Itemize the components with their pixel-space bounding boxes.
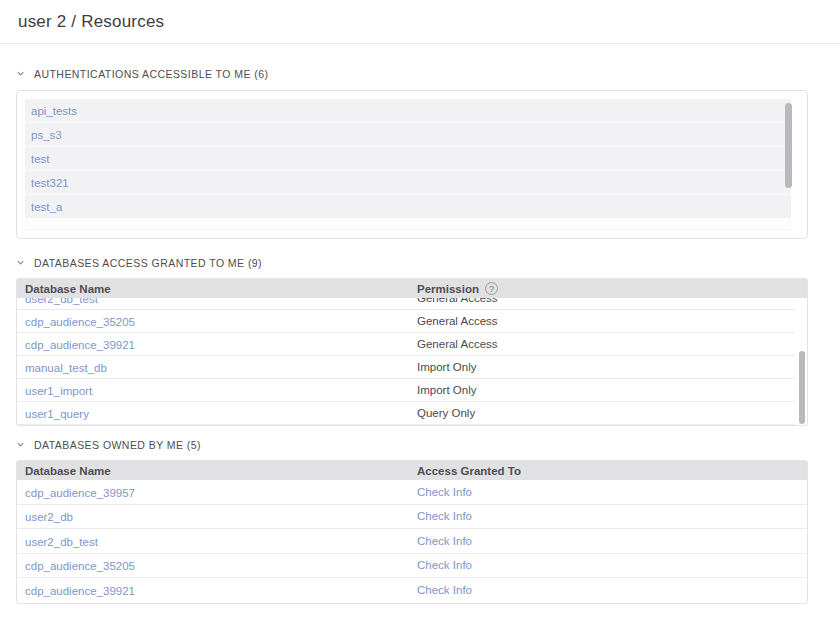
resources-page: user 2 / Resources AUTHENTICATIONS ACCES… <box>0 0 840 628</box>
section-header-authentications[interactable]: AUTHENTICATIONS ACCESSIBLE TO ME (6) <box>16 67 824 80</box>
check-info-link[interactable]: Check Info <box>417 559 472 571</box>
table-row: cdp_audience_39921 Check Info <box>17 578 807 603</box>
partially-visible-list-item <box>25 219 791 229</box>
check-info-link[interactable]: Check Info <box>417 486 472 498</box>
check-info-link[interactable]: Check Info <box>417 584 472 596</box>
list-item: test321 <box>25 171 791 195</box>
table-row: cdp_audience_39957 Check Info <box>17 480 807 505</box>
section-header-databases-granted[interactable]: DATABASES ACCESS GRANTED TO ME (9) <box>16 256 824 269</box>
owned-databases-table: Database Name Access Granted To cdp_audi… <box>16 460 808 604</box>
permission-value: General Access <box>417 315 795 327</box>
table-row: cdp_audience_35205 General Access <box>17 310 795 333</box>
scrollbar[interactable] <box>785 103 792 188</box>
table-header-row: Database Name Permission ? <box>17 279 807 298</box>
page-header: user 2 / Resources <box>0 0 840 44</box>
table-row: cdp_audience_35205 Check Info <box>17 554 807 579</box>
database-link[interactable]: cdp_audience_39921 <box>25 339 135 351</box>
authentication-link[interactable]: test321 <box>31 177 69 189</box>
chevron-down-icon[interactable] <box>16 440 25 449</box>
section-title-databases-owned: DATABASES OWNED BY ME (5) <box>34 439 201 451</box>
column-header-database-name: Database Name <box>17 465 417 477</box>
section-title-authentications: AUTHENTICATIONS ACCESSIBLE TO ME (6) <box>34 68 268 80</box>
database-link[interactable]: user2_db_test <box>25 298 98 305</box>
section-title-databases-granted: DATABASES ACCESS GRANTED TO ME (9) <box>34 257 262 269</box>
column-header-database-name: Database Name <box>17 283 417 295</box>
permission-value: Import Only <box>417 384 795 396</box>
database-link[interactable]: user1_import <box>25 385 92 397</box>
chevron-down-icon[interactable] <box>16 69 25 78</box>
list-item: test <box>25 147 791 171</box>
column-header-permission: Permission ? <box>417 282 807 295</box>
scrollbar[interactable] <box>799 351 805 424</box>
database-link[interactable]: user2_db <box>25 511 73 523</box>
table-header-row: Database Name Access Granted To <box>17 461 807 480</box>
database-link[interactable]: user1_query <box>25 408 89 420</box>
list-item: test_a <box>25 195 791 219</box>
database-link[interactable]: manual_test_db <box>25 362 107 374</box>
authentication-link[interactable]: test <box>31 153 50 165</box>
authentications-panel: api_tests ps_s3 test test321 test_a <box>16 90 808 239</box>
table-row: user1_query Query Only <box>17 402 795 425</box>
database-link[interactable]: cdp_audience_39921 <box>25 585 135 597</box>
authentication-link[interactable]: ps_s3 <box>31 129 62 141</box>
database-link[interactable]: cdp_audience_35205 <box>25 560 135 572</box>
authentications-list: api_tests ps_s3 test test321 test_a <box>25 99 791 230</box>
permission-value: Import Only <box>417 361 795 373</box>
table-body: cdp_audience_39957 Check Info user2_db C… <box>17 480 807 603</box>
database-link[interactable]: user2_db_test <box>25 536 98 548</box>
table-row: user1_import Import Only <box>17 379 795 402</box>
table-row: manual_test_db Import Only <box>17 356 795 379</box>
database-link[interactable]: cdp_audience_39957 <box>25 487 135 499</box>
list-item: ps_s3 <box>25 123 791 147</box>
list-item: api_tests <box>25 99 791 123</box>
granted-databases-table: Database Name Permission ? user2_db_test… <box>16 278 808 426</box>
database-link[interactable]: cdp_audience_35205 <box>25 316 135 328</box>
table-row: user2_db_test Check Info <box>17 529 807 554</box>
column-header-access-granted-to: Access Granted To <box>417 465 807 477</box>
section-header-databases-owned[interactable]: DATABASES OWNED BY ME (5) <box>16 438 824 451</box>
authentication-link[interactable]: api_tests <box>31 105 77 117</box>
check-info-link[interactable]: Check Info <box>417 535 472 547</box>
table-row: user2_db_test General Access <box>17 298 795 310</box>
permission-value: Query Only <box>417 407 795 419</box>
content: AUTHENTICATIONS ACCESSIBLE TO ME (6) api… <box>0 67 840 604</box>
chevron-down-icon[interactable] <box>16 258 25 267</box>
page-title: user 2 / Resources <box>18 12 164 32</box>
table-body: user2_db_test General Access cdp_audienc… <box>17 298 807 425</box>
table-row: cdp_audience_39921 General Access <box>17 333 795 356</box>
help-icon[interactable]: ? <box>485 282 498 295</box>
table-row: user2_db Check Info <box>17 505 807 530</box>
permission-value: General Access <box>417 338 795 350</box>
authentication-link[interactable]: test_a <box>31 201 62 213</box>
check-info-link[interactable]: Check Info <box>417 510 472 522</box>
permission-value: General Access <box>417 298 795 304</box>
